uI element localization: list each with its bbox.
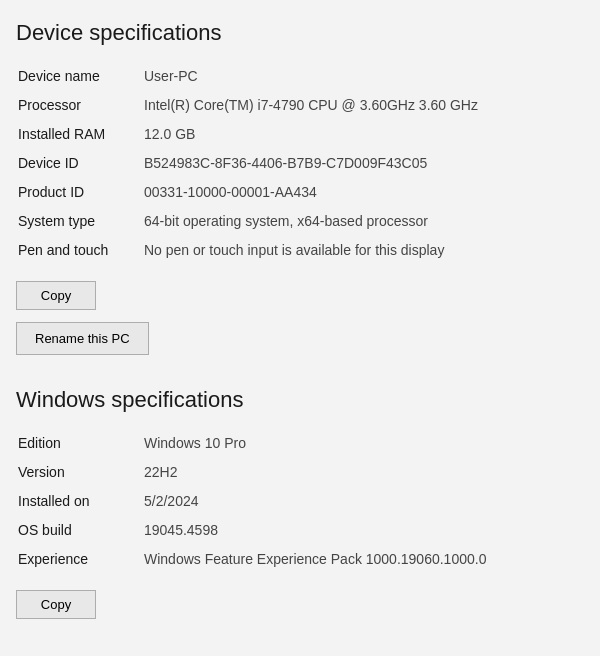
table-row: System type 64-bit operating system, x64… — [16, 207, 584, 236]
device-copy-button[interactable]: Copy — [16, 281, 96, 310]
installed-on-label: Installed on — [16, 487, 136, 516]
installed-ram-label: Installed RAM — [16, 120, 136, 149]
device-id-value: B524983C-8F36-4406-B7B9-C7D009F43C05 — [136, 149, 584, 178]
system-type-label: System type — [16, 207, 136, 236]
device-name-label: Device name — [16, 62, 136, 91]
installed-on-value: 5/2/2024 — [136, 487, 584, 516]
installed-ram-value: 12.0 GB — [136, 120, 584, 149]
device-spec-table: Device name User-PC Processor Intel(R) C… — [16, 62, 584, 265]
os-build-label: OS build — [16, 516, 136, 545]
processor-label: Processor — [16, 91, 136, 120]
processor-value: Intel(R) Core(TM) i7-4790 CPU @ 3.60GHz … — [136, 91, 584, 120]
device-specifications-title: Device specifications — [16, 20, 584, 46]
device-specifications-section: Device specifications Device name User-P… — [16, 20, 584, 379]
system-type-value: 64-bit operating system, x64-based proce… — [136, 207, 584, 236]
device-name-value: User-PC — [136, 62, 584, 91]
edition-label: Edition — [16, 429, 136, 458]
pen-touch-label: Pen and touch — [16, 236, 136, 265]
table-row: Experience Windows Feature Experience Pa… — [16, 545, 584, 574]
windows-spec-table: Edition Windows 10 Pro Version 22H2 Inst… — [16, 429, 584, 574]
table-row: Installed on 5/2/2024 — [16, 487, 584, 516]
table-row: Edition Windows 10 Pro — [16, 429, 584, 458]
device-id-label: Device ID — [16, 149, 136, 178]
table-row: Version 22H2 — [16, 458, 584, 487]
rename-pc-button[interactable]: Rename this PC — [16, 322, 149, 355]
table-row: Installed RAM 12.0 GB — [16, 120, 584, 149]
pen-touch-value: No pen or touch input is available for t… — [136, 236, 584, 265]
table-row: Processor Intel(R) Core(TM) i7-4790 CPU … — [16, 91, 584, 120]
version-value: 22H2 — [136, 458, 584, 487]
os-build-value: 19045.4598 — [136, 516, 584, 545]
experience-label: Experience — [16, 545, 136, 574]
table-row: Device ID B524983C-8F36-4406-B7B9-C7D009… — [16, 149, 584, 178]
table-row: Device name User-PC — [16, 62, 584, 91]
product-id-value: 00331-10000-00001-AA434 — [136, 178, 584, 207]
edition-value: Windows 10 Pro — [136, 429, 584, 458]
windows-copy-button[interactable]: Copy — [16, 590, 96, 619]
experience-value: Windows Feature Experience Pack 1000.190… — [136, 545, 584, 574]
windows-specifications-section: Windows specifications Edition Windows 1… — [16, 387, 584, 631]
table-row: OS build 19045.4598 — [16, 516, 584, 545]
product-id-label: Product ID — [16, 178, 136, 207]
version-label: Version — [16, 458, 136, 487]
table-row: Product ID 00331-10000-00001-AA434 — [16, 178, 584, 207]
windows-specifications-title: Windows specifications — [16, 387, 584, 413]
table-row: Pen and touch No pen or touch input is a… — [16, 236, 584, 265]
